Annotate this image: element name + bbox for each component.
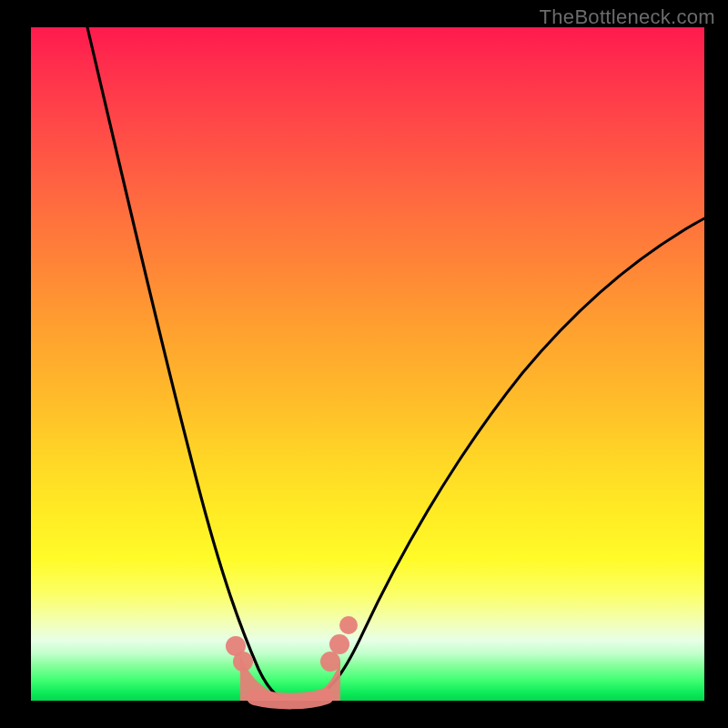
curve-left: [87, 27, 280, 697]
chart-svg: [31, 27, 704, 701]
curve-right: [317, 218, 704, 696]
marker-dot: [233, 652, 253, 672]
marker-dot: [339, 616, 358, 634]
marker-dot: [320, 652, 340, 672]
bottom-blob-extra: [255, 696, 326, 701]
watermark-text: TheBottleneck.com: [540, 5, 715, 29]
chart-plot-area: [31, 27, 704, 701]
outer-frame: TheBottleneck.com: [0, 0, 728, 728]
marker-dot: [329, 634, 349, 654]
